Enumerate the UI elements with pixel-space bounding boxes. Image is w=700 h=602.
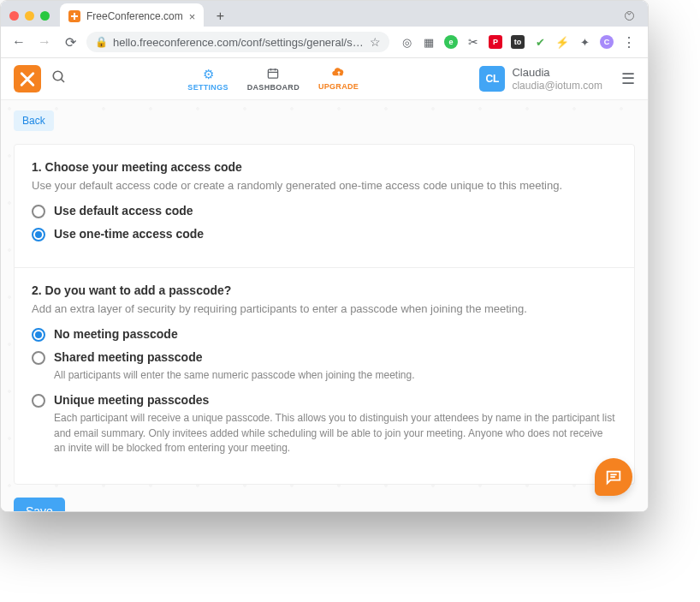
radio-shared-passcode[interactable]: Shared meeting passcode — [32, 350, 617, 365]
chat-icon — [604, 468, 623, 486]
radio-label: Use one-time access code — [54, 227, 204, 241]
user-email: claudia@iotum.com — [512, 80, 602, 92]
window-close-button[interactable] — [9, 11, 19, 21]
radio-shared-passcode-desc: All participants will enter the same num… — [54, 368, 617, 383]
user-name: Claudia — [512, 66, 602, 80]
tab-overflow-button[interactable] — [625, 11, 634, 21]
section2-title: 2. Do you want to add a passcode? — [32, 283, 617, 297]
tab-upgrade-label: UPGRADE — [318, 82, 359, 91]
extension-evernote-icon[interactable]: e — [444, 35, 458, 49]
url-text: hello.freeconference.com/conf/settings/g… — [113, 36, 365, 49]
radio-one-time-access-code[interactable]: Use one-time access code — [32, 227, 617, 241]
profile-avatar-icon[interactable]: C — [600, 35, 614, 49]
radio-no-passcode[interactable]: No meeting passcode — [32, 327, 617, 342]
gear-icon: ⚙ — [203, 67, 214, 82]
section-passcode: 2. Do you want to add a passcode? Add an… — [15, 268, 634, 484]
radio-icon — [32, 205, 45, 218]
extension-pinterest-icon[interactable]: P — [489, 35, 502, 49]
window-maximize-button[interactable] — [40, 11, 50, 21]
radio-icon — [32, 228, 45, 241]
section2-desc: Add an extra layer of security by requir… — [32, 302, 617, 315]
bookmark-star-icon[interactable]: ☆ — [370, 35, 381, 49]
tab-upgrade[interactable]: UPGRADE — [318, 67, 359, 92]
radio-icon — [32, 394, 45, 408]
extensions-menu-icon[interactable]: ✦ — [578, 35, 591, 49]
extension-row: ◎ ▦ e ✂ P to ✔ ⚡ ✦ C ⋮ — [396, 35, 639, 49]
radio-icon — [32, 328, 45, 342]
section-access-code: 1. Choose your meeting access code Use y… — [15, 145, 634, 268]
extension-grid-icon[interactable]: ▦ — [422, 35, 436, 49]
window-minimize-button[interactable] — [25, 11, 34, 21]
extension-camera-icon[interactable]: ◎ — [400, 35, 413, 49]
forward-button: → — [35, 34, 54, 50]
tab-close-button[interactable]: × — [189, 10, 196, 23]
radio-unique-passcodes-desc: Each participant will receive a unique p… — [54, 411, 617, 456]
tab-settings[interactable]: ⚙ SETTINGS — [187, 67, 228, 92]
tab-strip: FreeConference.com × + — [1, 1, 648, 27]
address-bar[interactable]: 🔒 hello.freeconference.com/conf/settings… — [86, 32, 389, 52]
radio-unique-passcodes[interactable]: Unique meeting passcodes — [32, 393, 617, 408]
back-link[interactable]: Back — [14, 110, 54, 131]
window-controls — [9, 11, 50, 21]
save-button[interactable]: Save — [14, 498, 65, 511]
extension-bolt-icon[interactable]: ⚡ — [555, 35, 569, 49]
user-info: Claudia claudia@iotum.com — [512, 66, 602, 92]
browser-chrome: FreeConference.com × + ← → ⟳ 🔒 hello.fre… — [1, 1, 648, 58]
app-logo-icon[interactable] — [14, 65, 41, 92]
favicon-icon — [68, 10, 80, 22]
tab-dashboard[interactable]: DASHBOARD — [247, 67, 300, 92]
back-button[interactable]: ← — [9, 34, 28, 50]
browser-tab[interactable]: FreeConference.com × — [60, 3, 204, 29]
chat-fab-button[interactable] — [595, 458, 632, 496]
radio-label: Shared meeting passcode — [54, 350, 203, 364]
radio-label: Use default access code — [54, 204, 193, 218]
tab-title: FreeConference.com — [86, 10, 183, 22]
extension-scissors-icon[interactable]: ✂ — [466, 35, 480, 49]
section1-title: 1. Choose your meeting access code — [32, 160, 617, 174]
user-avatar: CL — [479, 66, 505, 92]
svg-line-1 — [61, 79, 64, 82]
radio-label: No meeting passcode — [54, 327, 178, 341]
section1-desc: Use your default access code or create a… — [32, 179, 617, 192]
toolbar: ← → ⟳ 🔒 hello.freeconference.com/conf/se… — [1, 27, 648, 57]
extension-dashlane-icon[interactable]: to — [511, 35, 525, 49]
tab-dashboard-label: DASHBOARD — [247, 83, 300, 92]
content-area: Back 1. Choose your meeting access code … — [1, 100, 648, 511]
browser-menu-button[interactable]: ⋮ — [622, 35, 636, 49]
reload-button[interactable]: ⟳ — [61, 34, 80, 51]
svg-rect-2 — [269, 69, 278, 78]
radio-label: Unique meeting passcodes — [54, 393, 209, 407]
radio-default-access-code[interactable]: Use default access code — [32, 204, 617, 218]
hamburger-menu-button[interactable]: ☰ — [621, 69, 635, 88]
browser-window: FreeConference.com × + ← → ⟳ 🔒 hello.fre… — [0, 0, 649, 512]
user-block[interactable]: CL Claudia claudia@iotum.com — [479, 66, 602, 92]
calendar-icon — [266, 67, 280, 82]
new-tab-button[interactable]: + — [211, 7, 229, 26]
search-button[interactable] — [51, 69, 67, 89]
extension-checkmark-icon[interactable]: ✔ — [533, 35, 547, 49]
lock-icon: 🔒 — [95, 36, 108, 48]
settings-card: 1. Choose your meeting access code Use y… — [14, 144, 635, 485]
svg-point-0 — [53, 71, 62, 80]
cloud-upload-icon — [332, 67, 346, 81]
app-header: ⚙ SETTINGS DASHBOARD UPGRADE CL Claudia … — [1, 58, 648, 100]
main-nav: ⚙ SETTINGS DASHBOARD UPGRADE — [187, 67, 359, 92]
tab-settings-label: SETTINGS — [187, 83, 228, 92]
radio-icon — [32, 351, 45, 365]
